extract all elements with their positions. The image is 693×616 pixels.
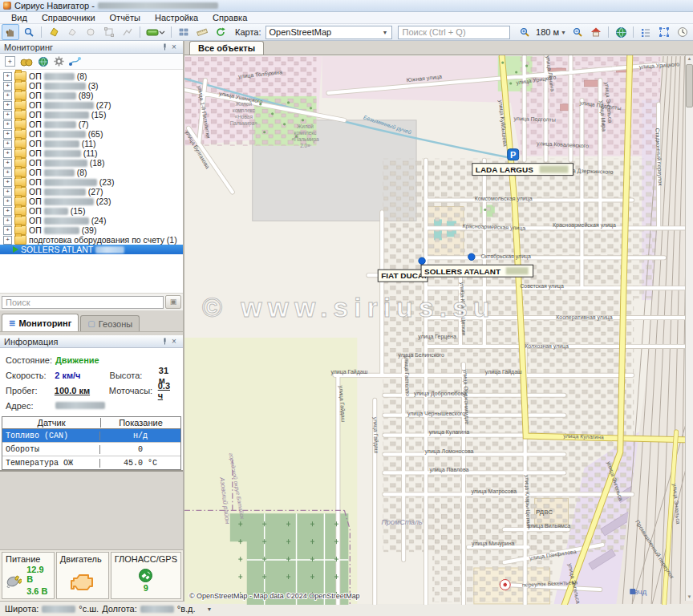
scroll-thumb[interactable] [686, 64, 693, 107]
vehicle-label-fiat[interactable]: FIAT DUCAT [378, 270, 428, 282]
sensor-col-header[interactable]: Датчик [2, 418, 101, 428]
pin-icon[interactable] [160, 43, 169, 52]
edit-shape-button[interactable] [100, 24, 118, 40]
vehicle-label-lada[interactable]: LADA LARGUS [472, 164, 573, 176]
map-tab-all-objects[interactable]: Все объекты [189, 41, 264, 55]
vehicle-label-sollers[interactable]: SOLLERS ATALANT [421, 265, 533, 277]
tree-expander-icon[interactable]: + [3, 72, 12, 81]
menu-item-4[interactable]: Настройка [148, 13, 205, 22]
map-svg[interactable]: улица ТолбухинаЮжная улицаулица Ушинског… [184, 55, 693, 605]
engine-hours-value[interactable]: 0.3 ч [158, 381, 177, 400]
tree-expander-icon[interactable]: + [3, 140, 12, 148]
redacted-name [44, 73, 75, 80]
vehicle-marker-fiat[interactable] [419, 257, 425, 264]
tree-item-5[interactable]: +ОП(15) [0, 110, 183, 120]
tree-item-15[interactable]: +ОП(15) [0, 206, 183, 216]
globe-button[interactable] [612, 24, 630, 40]
zoom-out-button[interactable] [569, 24, 586, 40]
tree-item-17[interactable]: +ОП(39) [0, 225, 183, 235]
pan-tool-button[interactable] [2, 24, 19, 40]
ruler-button[interactable] [193, 24, 211, 40]
tree-expander-icon[interactable]: + [3, 226, 12, 235]
tree-item-8[interactable]: +ОП(11) [0, 139, 183, 148]
scroll-up-icon[interactable]: ▲ [687, 55, 692, 63]
tree-expander-icon[interactable]: + [3, 207, 12, 216]
zoom-tool-button[interactable] [20, 24, 38, 40]
map-scale-select[interactable]: 180 м ▼ [534, 27, 568, 37]
value-col-header[interactable]: Показание [101, 418, 180, 428]
globe-small-icon[interactable] [38, 56, 49, 67]
tree-item-10[interactable]: +ОП(18) [0, 158, 183, 168]
tree-item-7[interactable]: +ОП(65) [0, 129, 183, 139]
street-label: Октябрьская улица [481, 253, 532, 260]
history-button[interactable] [674, 24, 691, 40]
gear-icon[interactable] [54, 56, 64, 67]
tree-item-vehicle-selected[interactable]: SOLLERS ATLANT [0, 245, 183, 254]
draw-line-button[interactable] [119, 24, 136, 40]
select-area-button[interactable] [655, 24, 673, 40]
tree-expander-icon[interactable]: + [3, 82, 12, 91]
tree-expander-icon[interactable]: + [3, 159, 12, 168]
binoculars-icon[interactable] [20, 57, 33, 67]
pin-icon[interactable] [160, 337, 169, 346]
list-view-button[interactable] [637, 24, 654, 40]
tree-item-11[interactable]: +ОП(8) [0, 168, 183, 177]
draw-polygon-button[interactable] [45, 24, 63, 40]
mileage-value[interactable]: 100.0 км [55, 386, 98, 395]
sensor-row[interactable]: Топливо (CAN)н/д [2, 429, 180, 443]
tree-item-2[interactable]: +ОП(3) [0, 81, 183, 91]
tree-expander-icon[interactable]: + [3, 120, 12, 129]
zoom-in-button[interactable] [516, 24, 533, 40]
tree-item-1[interactable]: +ОП(8) [0, 71, 183, 81]
add-shape-button[interactable] [63, 24, 81, 40]
grid-view-button[interactable] [175, 24, 192, 40]
map-vertical-scrollbar[interactable]: ▲ ▼ [685, 55, 693, 601]
watermark: © www.sirius.su [202, 292, 496, 322]
sensor-row[interactable]: Обороты0 [2, 443, 180, 456]
tree-expander-icon[interactable]: + [3, 101, 12, 110]
redacted-name [44, 92, 76, 99]
layers-button[interactable] [144, 24, 168, 40]
map-canvas[interactable]: улица ТолбухинаЮжная улицаулица Ушинског… [184, 55, 693, 601]
menu-item-3[interactable]: Отчёты [103, 13, 147, 22]
tab-monitoring[interactable]: ≣ Мониторинг [2, 314, 79, 331]
tree-expander-icon[interactable]: + [3, 91, 12, 100]
tree-item-4[interactable]: +ОП(27) [0, 100, 183, 110]
scroll-down-icon[interactable]: ▼ [687, 594, 692, 601]
tree-expander-icon[interactable]: + [3, 111, 12, 120]
menu-item-5[interactable]: Справка [206, 13, 253, 22]
sensor-row[interactable]: Температура ОЖ45.0 °C [2, 456, 180, 469]
close-panel-icon[interactable]: × [169, 337, 179, 346]
tree-expander-icon[interactable]: + [3, 197, 12, 206]
tree-item-14[interactable]: +ОП(23) [0, 197, 183, 206]
tree-item-16[interactable]: +ОП(24) [0, 216, 183, 225]
chevron-down-icon[interactable]: ▼ [207, 606, 213, 612]
tree-search-input[interactable]: Поиск [2, 296, 164, 309]
home-view-button[interactable] [587, 24, 605, 40]
search-options-button[interactable]: ▣ [165, 295, 181, 309]
route-icon[interactable] [69, 56, 81, 67]
refresh-button[interactable] [212, 24, 229, 40]
map-provider-select[interactable]: OpenStreetMap ▼ [265, 26, 392, 39]
tree-item-13[interactable]: +ОП(27) [0, 187, 183, 197]
tree-expander-icon[interactable]: + [3, 188, 12, 197]
tree-expander-icon[interactable]: + [3, 178, 12, 187]
tree-item-9[interactable]: +ОП(11) [0, 148, 183, 158]
tree-item-3[interactable]: +ОП(89) [0, 91, 183, 100]
tree-item-12[interactable]: +ОП(23) [0, 177, 183, 187]
menu-item-2[interactable]: Справочники [35, 13, 102, 22]
tree-item-6[interactable]: +ОП(7) [0, 120, 183, 129]
menu-item-1[interactable]: Вид [5, 13, 34, 22]
close-panel-icon[interactable]: × [169, 43, 179, 52]
tree-expander-icon[interactable]: + [3, 168, 12, 177]
expand-all-button[interactable]: + [5, 56, 15, 67]
tree-expander-icon[interactable]: + [3, 149, 12, 158]
tree-expander-icon[interactable]: + [3, 217, 12, 225]
vehicle-marker-sollers[interactable] [468, 253, 475, 260]
global-search-input[interactable]: Поиск (Ctrl + Q) [398, 26, 511, 39]
tree-expander-icon[interactable]: + [3, 130, 12, 139]
tree-item-18[interactable]: +подготовка оборудования по счету (1) [0, 235, 183, 245]
tab-geozones[interactable]: ▢ Геозоны [80, 315, 140, 331]
add-circle-button[interactable] [82, 24, 99, 40]
tree-expander-icon[interactable]: + [3, 236, 12, 245]
